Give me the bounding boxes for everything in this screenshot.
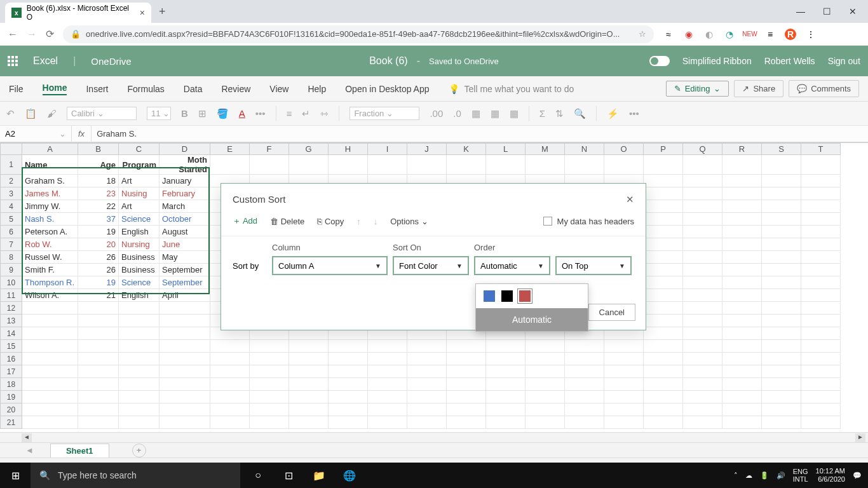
cell-A2[interactable]: Graham S. [22, 175, 78, 187]
cell-J21[interactable] [407, 416, 447, 429]
tray-up-icon[interactable]: ˄ [734, 471, 738, 480]
cell-T10[interactable] [801, 276, 841, 289]
dialog-close-icon[interactable]: ✕ [626, 194, 634, 205]
cell-C13[interactable] [119, 315, 159, 327]
cell-B17[interactable] [78, 365, 119, 378]
cell-P3[interactable] [644, 187, 683, 200]
cell-G21[interactable] [289, 416, 329, 429]
cell-T21[interactable] [801, 416, 841, 429]
cell-N19[interactable] [565, 391, 604, 403]
cell-I21[interactable] [368, 416, 407, 429]
cell-L16[interactable] [486, 353, 526, 365]
cell-H17[interactable] [329, 365, 368, 378]
cell-Q12[interactable] [683, 302, 722, 315]
cell-O1[interactable] [604, 155, 644, 175]
cell-H1[interactable] [329, 155, 368, 175]
cell-P17[interactable] [644, 365, 683, 378]
col-header-Q[interactable]: Q [683, 144, 722, 155]
cell-T8[interactable] [801, 251, 841, 264]
notifications-icon[interactable]: 💬 [853, 471, 862, 480]
cell-T9[interactable] [801, 264, 841, 276]
cell-J19[interactable] [407, 391, 447, 403]
cell-T11[interactable] [801, 289, 841, 302]
col-header-N[interactable]: N [565, 144, 604, 155]
move-up-icon[interactable]: ↑ [356, 217, 361, 226]
cell-C1[interactable]: Program [119, 155, 159, 175]
row-header-12[interactable]: 12 [1, 302, 22, 315]
cell-T20[interactable] [801, 403, 841, 416]
cell-F17[interactable] [250, 365, 289, 378]
cell-P5[interactable] [644, 213, 683, 226]
cell-E18[interactable] [210, 378, 250, 391]
address-bar[interactable]: 🔒 onedrive.live.com/edit.aspx?resid=BBFA… [63, 25, 654, 43]
cell-T5[interactable] [801, 213, 841, 226]
cell-P20[interactable] [644, 403, 683, 416]
wrap-icon[interactable]: ↵ [302, 108, 310, 119]
cell-T13[interactable] [801, 315, 841, 327]
ext-icon-3[interactable]: ◐ [703, 29, 715, 40]
col-header-P[interactable]: P [644, 144, 683, 155]
cell-N15[interactable] [565, 340, 604, 353]
cell-M20[interactable] [526, 403, 565, 416]
cell-S8[interactable] [762, 251, 801, 264]
cell-A12[interactable] [22, 302, 78, 315]
cell-P11[interactable] [644, 289, 683, 302]
sum-icon[interactable]: Σ [539, 108, 545, 119]
col-header-J[interactable]: J [407, 144, 447, 155]
cell-E16[interactable] [210, 353, 250, 365]
onedrive-icon[interactable]: ☁ [745, 471, 752, 480]
cell-A7[interactable]: Rob W. [22, 238, 78, 251]
undo-icon[interactable]: ↶ [6, 108, 15, 119]
cell-S6[interactable] [762, 226, 801, 238]
document-title[interactable]: Book (6) [369, 55, 407, 67]
app-launcher-icon[interactable] [8, 56, 18, 66]
cell-O15[interactable] [604, 340, 644, 353]
cell-A21[interactable] [22, 416, 78, 429]
cell-G18[interactable] [289, 378, 329, 391]
cell-P8[interactable] [644, 251, 683, 264]
cell-A14[interactable] [22, 327, 78, 340]
tab-help[interactable]: Help [308, 84, 326, 94]
cell-C21[interactable] [119, 416, 159, 429]
browser-tab[interactable]: x Book (6).xlsx - Microsoft Excel O × [5, 3, 151, 23]
cell-B9[interactable]: 26 [78, 264, 119, 276]
cell-D9[interactable]: September [159, 264, 210, 276]
paste-icon[interactable]: 📋 [25, 108, 37, 119]
move-down-icon[interactable]: ↓ [374, 217, 378, 226]
cell-C7[interactable]: Nursing [119, 238, 159, 251]
cell-S21[interactable] [762, 416, 801, 429]
cell-P14[interactable] [644, 327, 683, 340]
cell-Q19[interactable] [683, 391, 722, 403]
col-header-T[interactable]: T [801, 144, 841, 155]
cell-R3[interactable] [722, 187, 762, 200]
cell-Q11[interactable] [683, 289, 722, 302]
cell-R9[interactable] [722, 264, 762, 276]
cell-C6[interactable]: English [119, 226, 159, 238]
tellme-input[interactable]: Tell me what you want to do [465, 84, 574, 94]
cell-M17[interactable] [526, 365, 565, 378]
cell-Q10[interactable] [683, 276, 722, 289]
cell-B14[interactable] [78, 327, 119, 340]
cond-format-icon[interactable]: ▦ [471, 108, 480, 119]
cell-P6[interactable] [644, 226, 683, 238]
cell-A6[interactable]: Peterson A. [22, 226, 78, 238]
language-indicator[interactable]: ENGINTL [793, 468, 808, 483]
cell-S4[interactable] [762, 200, 801, 213]
col-header-R[interactable]: R [722, 144, 762, 155]
sorton-select[interactable]: Font Color▼ [393, 256, 469, 275]
cell-A15[interactable] [22, 340, 78, 353]
cell-O21[interactable] [604, 416, 644, 429]
cell-S16[interactable] [762, 353, 801, 365]
row-header-6[interactable]: 6 [1, 226, 22, 238]
row-header-2[interactable]: 2 [1, 175, 22, 187]
cell-G17[interactable] [289, 365, 329, 378]
cell-I16[interactable] [368, 353, 407, 365]
cell-S15[interactable] [762, 340, 801, 353]
cell-T15[interactable] [801, 340, 841, 353]
cell-R8[interactable] [722, 251, 762, 264]
position-select[interactable]: On Top▼ [555, 256, 632, 275]
cell-S11[interactable] [762, 289, 801, 302]
editing-mode-button[interactable]: ✎ Editing ⌄ [666, 81, 729, 97]
prev-sheet-icon[interactable]: ◄ [25, 445, 34, 455]
cell-A4[interactable]: Jimmy W. [22, 200, 78, 213]
